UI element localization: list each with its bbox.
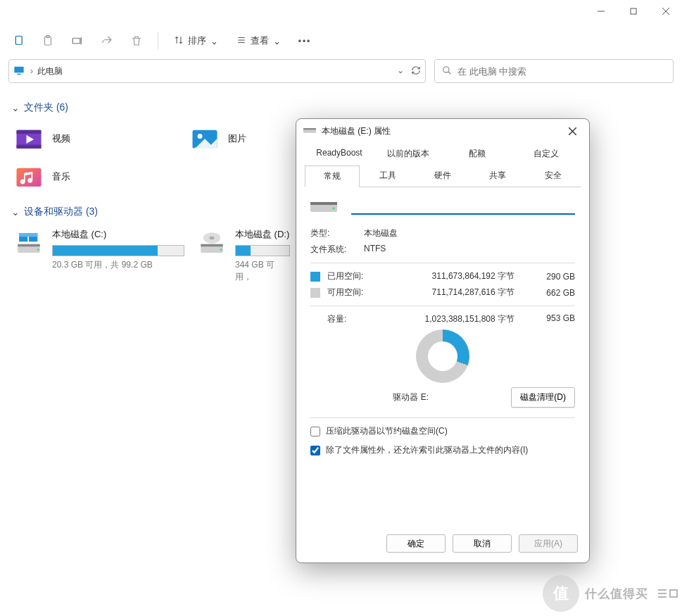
tab-readyboost[interactable]: ReadyBoost [305,143,374,165]
search-icon [442,65,452,77]
rename-icon[interactable] [65,28,90,54]
delete-icon[interactable] [124,28,149,54]
used-gb: 290 GB [533,272,575,282]
chevron-down-icon[interactable]: ⌄ [397,65,404,77]
disk-large-icon [310,199,337,213]
tab-hardware[interactable]: 硬件 [415,165,470,187]
drives-title: 设备和驱动器 (3) [24,206,98,218]
drive-name: 本地磁盘 (C:) [52,228,184,241]
svg-point-35 [210,237,215,239]
svg-rect-13 [17,73,20,74]
refresh-icon[interactable] [411,65,421,77]
dialog-close-button[interactable] [562,121,582,141]
watermark: 值 什么值得买 [543,575,678,612]
drive-free-text: 344 GB 可用， [235,259,290,283]
dialog-titlebar: 本地磁盘 (E:) 属性 [296,119,589,143]
svg-point-27 [37,249,39,251]
window-titlebar [0,0,682,23]
watermark-badge: 值 [543,575,579,612]
toolbar-separator [158,32,158,49]
view-label: 查看 [251,34,269,47]
compress-checkbox-row[interactable]: 压缩此驱动器以节约磁盘空间(C) [310,425,575,437]
ok-button[interactable]: 确定 [386,534,446,553]
drive-c[interactable]: 本地磁盘 (C:) 20.3 GB 可用，共 99.2 GB [11,225,187,286]
index-checkbox[interactable] [310,446,320,455]
tab-security[interactable]: 安全 [526,165,581,187]
tab-quota[interactable]: 配额 [443,143,512,165]
svg-rect-1 [631,8,636,14]
drive-d[interactable]: 本地磁盘 (D:) 344 GB 可用， [194,225,293,286]
svg-rect-37 [303,128,316,130]
drive-icon [14,228,44,258]
dialog-tabs: ReadyBoost 以前的版本 配额 自定义 常规 工具 硬件 共享 安全 [305,143,581,187]
music-icon [14,162,44,191]
pictures-icon [190,124,220,153]
svg-line-15 [448,71,451,74]
divider [310,306,575,306]
svg-rect-32 [201,244,223,247]
apply-button[interactable]: 应用(A) [519,534,578,553]
paste-icon[interactable] [35,28,61,54]
svg-point-21 [198,134,203,139]
videos-icon [14,124,44,153]
folder-music[interactable]: 音乐 [11,159,180,194]
svg-point-33 [220,249,222,251]
dialog-title: 本地磁盘 (E:) 属性 [322,125,391,137]
copy-icon[interactable] [6,28,31,54]
free-label: 可用空间: [327,287,377,298]
capacity-bytes: 1,023,388,151,808 字节 [377,313,533,325]
index-label: 除了文件属性外，还允许索引此驱动器上文件的内容(I) [326,444,528,456]
folder-label: 音乐 [52,170,70,183]
maximize-button[interactable] [617,0,650,23]
sort-icon [174,35,184,47]
index-checkbox-row[interactable]: 除了文件属性外，还允许索引此驱动器上文件的内容(I) [310,444,575,456]
view-button[interactable]: 查看 ⌄ [229,28,288,54]
disk-cleanup-button[interactable]: 磁盘清理(D) [511,387,575,408]
divider [310,417,575,418]
pc-icon [13,65,25,78]
used-bytes: 311,673,864,192 字节 [377,270,533,282]
breadcrumb-label: 此电脑 [37,65,63,77]
share-icon[interactable] [94,28,120,54]
tab-sharing[interactable]: 共享 [470,165,525,187]
watermark-text: 什么值得买 [585,586,648,602]
properties-dialog: 本地磁盘 (E:) 属性 ReadyBoost 以前的版本 配额 自定义 常规 … [296,118,590,563]
folder-videos[interactable]: 视频 [11,121,180,156]
drive-letter-label: 驱动器 E: [310,391,511,403]
fs-label: 文件系统: [310,244,364,256]
cancel-button[interactable]: 取消 [453,534,512,553]
search-input[interactable] [457,66,666,77]
dialog-footer: 确定 取消 应用(A) [296,527,589,562]
breadcrumb[interactable]: › 此电脑 [30,65,63,77]
type-value: 本地磁盘 [364,227,398,239]
drive-small-icon [303,126,316,137]
chevron-right-icon: › [30,66,33,76]
capacity-label: 容量: [310,313,377,325]
window-close-button[interactable] [650,0,682,23]
usage-pie-chart [416,329,469,383]
free-gb: 662 GB [533,288,575,298]
tab-customize[interactable]: 自定义 [512,143,581,165]
tab-tools[interactable]: 工具 [360,165,415,187]
address-bar[interactable]: › 此电脑 ⌄ [8,59,426,83]
svg-rect-26 [18,244,40,247]
svg-rect-19 [17,145,42,149]
svg-rect-4 [15,36,22,44]
tab-general[interactable]: 常规 [305,165,360,187]
folder-label: 视频 [52,132,70,145]
sort-button[interactable]: 排序 ⌄ [167,28,225,54]
folders-section-header[interactable]: ⌄ 文件夹 (6) [11,101,671,114]
chevron-down-icon: ⌄ [273,36,281,46]
sort-label: 排序 [188,34,206,47]
drive-icon [197,228,227,258]
svg-rect-7 [72,38,80,44]
folders-title: 文件夹 (6) [24,101,68,114]
compress-checkbox[interactable] [310,427,320,436]
svg-rect-30 [19,233,37,237]
chevron-down-icon: ⌄ [210,36,218,46]
drive-name-input[interactable] [351,197,575,215]
minimize-button[interactable] [585,0,617,23]
search-bar[interactable] [434,59,674,83]
more-button[interactable]: ••• [292,28,317,54]
tab-previous-versions[interactable]: 以前的版本 [374,143,443,165]
